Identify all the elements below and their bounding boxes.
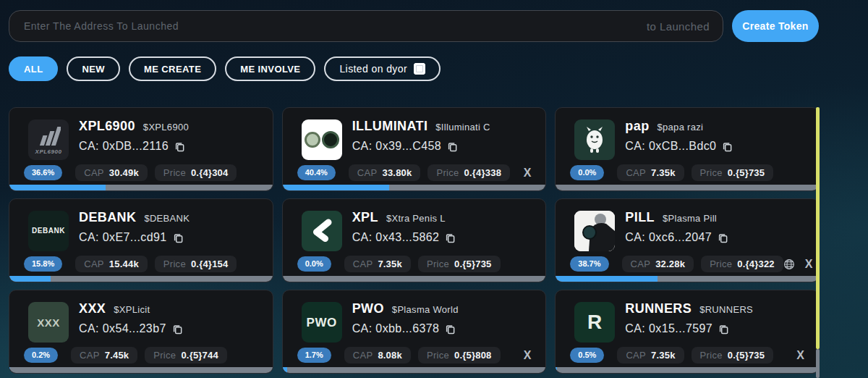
cap-label: CAP [84,259,104,269]
token-ticker: $papa razi [658,122,704,133]
token-name: XPL6900 [79,119,135,134]
cap-label: CAP [631,259,651,269]
copy-icon[interactable] [447,141,458,152]
contract-address-row: CA: 0xDB...2116 [79,140,185,153]
logo-text: R [587,312,603,332]
progress-bar [283,185,546,190]
price-pill: Price 0.{5}744 [145,347,227,364]
progress-bar-fill [9,276,51,282]
copy-icon[interactable] [173,232,184,243]
token-name: PILL [625,210,655,225]
progress-bar-fill [556,276,658,282]
price-label: Price [700,167,723,178]
token-title-row: PWO $Plasma World [352,301,459,316]
price-value: 0.{5}808 [454,350,491,361]
dyor-checkbox[interactable] [414,63,425,75]
progress-percent-badge: 36.6% [24,165,62,180]
price-label: Price [427,350,449,361]
filter-label: ME INVOLVE [240,64,300,75]
progress-bar-fill [556,367,557,373]
token-title-row: PILL $Plasma Pill [625,210,717,225]
token-meta-row: 1.7% CAP 8.08k Price 0.{5}808 X [297,347,532,364]
copy-icon[interactable] [718,324,729,335]
token-title-row: DEBANK $DEBANK [79,210,190,225]
scrollbar-track[interactable] [816,349,820,378]
progress-percent-badge: 0.5% [570,348,604,363]
cap-value: 30.49k [109,167,139,178]
filter-listed-on-dyor[interactable]: Listed on dyor [324,56,441,81]
search-input[interactable] [22,20,647,33]
copy-icon[interactable] [445,232,456,243]
copy-icon[interactable] [445,324,456,335]
price-pill: Price 0.{5}735 [692,347,774,364]
cap-value: 7.45k [105,350,129,361]
token-card[interactable]: DEBANK DEBANK $DEBANK CA: 0xE7...cd91 15… [9,198,273,282]
token-ticker: $RUNNERS [699,304,753,315]
contract-address-row: CA: 0x39...C458 [352,140,458,153]
progress-bar [9,276,273,282]
filter-me-create[interactable]: ME CREATE [129,56,216,81]
copy-icon[interactable] [718,232,728,243]
token-card[interactable]: XPL6900 XPL6900 $XPL6900 CA: 0xDB...2116… [9,107,273,191]
price-value: 0.{4}322 [737,259,774,269]
x-twitter-icon[interactable]: X [524,350,532,361]
token-ticker: $Plasma World [392,304,459,315]
price-value: 0.{5}735 [728,350,765,361]
progress-percent-badge: 1.7% [297,348,331,363]
x-twitter-icon[interactable]: X [796,350,804,361]
x-twitter-icon[interactable]: X [805,259,813,270]
token-card[interactable]: pap $papa razi CA: 0xCB...Bdc0 0.0% CAP … [555,107,820,191]
copy-icon[interactable] [174,141,185,152]
token-title-row: ILLUMINATI $Illuminati C [352,119,490,134]
website-icon[interactable] [783,259,795,270]
token-card[interactable]: ILLUMINATI $Illuminati C CA: 0x39...C458… [282,107,547,191]
filter-all[interactable]: ALL [9,56,58,81]
token-title-row: XPL $Xtra Penis L [352,210,446,225]
progress-bar-fill [283,367,287,373]
token-card[interactable]: PILL $Plasma Pill CA: 0xc6...2047 38.7% … [555,198,820,282]
copy-icon[interactable] [172,324,183,335]
token-card[interactable]: R RUNNERS $RUNNERS CA: 0x15...7597 0.5% … [555,290,820,374]
create-token-button[interactable]: Create Token [732,10,819,42]
contract-address-row: CA: 0x43...5862 [352,231,456,244]
filter-me-involve[interactable]: ME INVOLVE [225,56,315,81]
token-meta-row: 0.0% CAP 7.35k Price 0.{5}735 [570,164,804,181]
scrollbar-thumb[interactable] [816,107,820,349]
filter-new[interactable]: NEW [67,56,120,81]
progress-percent-badge: 0.2% [24,348,58,363]
progress-percent-badge: 0.0% [297,256,331,272]
price-value: 0.{5}735 [454,259,491,269]
contract-address: CA: 0xCB...Bdc0 [625,140,716,153]
contract-address: CA: 0x43...5862 [352,231,440,244]
token-ticker: $XPLicit [114,304,150,315]
cap-value: 33.80k [383,167,412,178]
price-value: 0.{4}304 [191,167,228,178]
token-ticker: $XPL6900 [143,122,189,133]
price-pill: Price 0.{5}735 [692,164,774,181]
cap-pill: CAP 15.44k [75,256,148,272]
cap-label: CAP [353,259,373,269]
token-card[interactable]: XXX XXX $XPLicit CA: 0x54...23b7 0.2% CA… [9,290,273,374]
token-meta-row: 0.2% CAP 7.45k Price 0.{5}744 [24,347,258,364]
cap-label: CAP [80,350,100,361]
token-logo: XPL6900 [28,119,69,160]
copy-icon[interactable] [722,141,733,152]
contract-address: CA: 0xDB...2116 [79,140,169,153]
social-links: X [783,259,813,270]
cap-pill: CAP 30.49k [75,164,148,181]
cap-label: CAP [353,350,373,361]
cap-pill: CAP 7.35k [344,256,411,272]
x-twitter-icon[interactable]: X [524,167,532,179]
token-card[interactable]: XPL $Xtra Penis L CA: 0x43...5862 0.0% C… [282,198,547,282]
price-label: Price [436,167,459,178]
launch-address-search[interactable]: to Launched [9,10,723,42]
price-label: Price [153,350,176,361]
progress-bar [556,367,819,373]
progress-bar [9,185,273,190]
price-pill: Price 0.{4}304 [155,164,237,181]
token-card[interactable]: PWO PWO $Plasma World CA: 0xbb...6378 1.… [282,290,547,374]
contract-address-row: CA: 0xE7...cd91 [79,231,184,244]
token-name: XPL [352,210,378,225]
token-name: ILLUMINATI [352,119,428,134]
social-links: X [524,350,532,361]
